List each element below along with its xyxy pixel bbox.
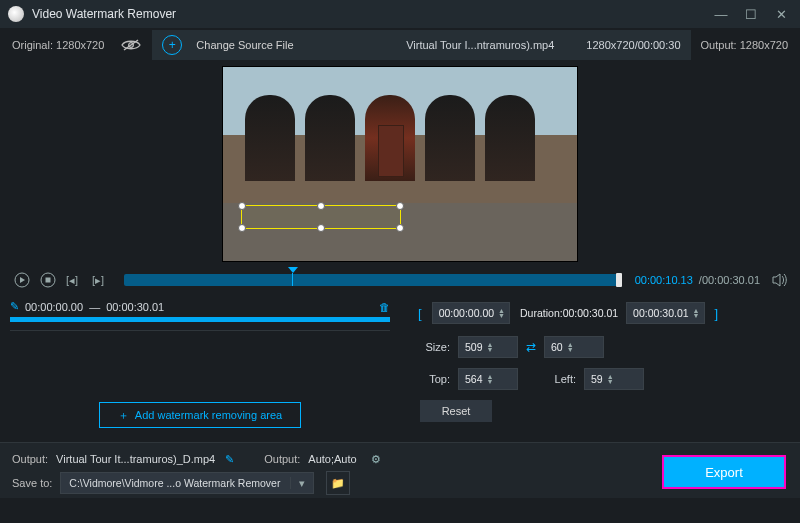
source-panel: + Change Source File Virtual Tour I...nt… (152, 30, 690, 60)
titlebar: Video Watermark Remover ― ☐ ✕ (0, 0, 800, 28)
size-width-input[interactable]: 509▲▼ (458, 336, 518, 358)
svg-text:[▸]: [▸] (92, 274, 104, 286)
preview-area (0, 62, 800, 266)
change-source-button[interactable]: Change Source File (196, 39, 293, 51)
pencil-icon[interactable]: ✎ (225, 453, 234, 466)
maximize-button[interactable]: ☐ (736, 0, 766, 28)
time-total: /00:00:30.01 (699, 274, 760, 286)
export-button[interactable]: Export (662, 455, 786, 489)
gear-icon[interactable]: ⚙ (371, 453, 381, 466)
link-icon[interactable]: ⇄ (526, 340, 536, 354)
watermark-selection[interactable] (241, 205, 401, 229)
video-preview[interactable] (223, 67, 577, 261)
segment-bar[interactable] (10, 317, 390, 322)
close-button[interactable]: ✕ (766, 0, 796, 28)
bracket-end-icon[interactable]: ] (713, 306, 721, 321)
progress-end-handle[interactable] (616, 273, 622, 287)
source-filename: Virtual Tour I...ntramuros).mp4 (406, 39, 554, 51)
segments-panel: ✎ 00:00:00.00 — 00:00:30.01 🗑 ＋ Add wate… (0, 294, 400, 442)
svg-text:[◂]: [◂] (66, 274, 78, 286)
position-row: Top: 564▲▼ Left: 59▲▼ (416, 368, 784, 390)
output-filename: Virtual Tour It...tramuros)_D.mp4 (56, 453, 215, 465)
reset-button[interactable]: Reset (420, 400, 492, 422)
stop-button[interactable] (38, 270, 58, 290)
bracket-start-icon[interactable]: [ (416, 306, 424, 321)
add-watermark-area-button[interactable]: ＋ Add watermark removing area (99, 402, 301, 428)
top-input[interactable]: 564▲▼ (458, 368, 518, 390)
segment-row[interactable]: ✎ 00:00:00.00 — 00:00:30.01 🗑 (10, 300, 390, 313)
app-logo (8, 6, 24, 22)
bottom-bar: Output: Virtual Tour It...tramuros)_D.mp… (0, 442, 800, 498)
duration-end-input[interactable]: 00:00:30.01▲▼ (626, 302, 704, 324)
properties-panel: [ 00:00:00.00▲▼ Duration:00:00:30.01 00:… (400, 294, 800, 442)
svg-rect-4 (46, 278, 51, 283)
original-label: Original: 1280x720 (12, 39, 104, 51)
progress-bar[interactable] (124, 274, 621, 286)
left-label: Left: (548, 373, 576, 385)
playback-controls: [◂] [▸] 00:00:10.13/00:00:30.01 (0, 266, 800, 294)
time-current: 00:00:10.13 (635, 274, 693, 286)
segment-start: 00:00:00.00 (25, 301, 83, 313)
trash-icon[interactable]: 🗑 (379, 301, 390, 313)
source-meta: 1280x720/00:00:30 (586, 39, 680, 51)
save-to-label: Save to: (12, 477, 52, 489)
frame-back-button[interactable]: [◂] (64, 270, 84, 290)
save-path-dropdown[interactable]: C:\Vidmore\Vidmore ...o Watermark Remove… (60, 472, 314, 494)
lower-panel: ✎ 00:00:00.00 — 00:00:30.01 🗑 ＋ Add wate… (0, 294, 800, 442)
size-label: Size: (416, 341, 450, 353)
brush-icon: ✎ (10, 300, 19, 313)
output-file-label: Output: (12, 453, 48, 465)
eye-off-icon[interactable] (120, 37, 142, 53)
duration-label: Duration:00:00:30.01 (520, 307, 618, 319)
output-format-label: Output: (264, 453, 300, 465)
play-button[interactable] (12, 270, 32, 290)
output-resolution: Output: 1280x720 (701, 39, 788, 51)
open-folder-button[interactable]: 📁 (326, 471, 350, 495)
frame-forward-button[interactable]: [▸] (90, 270, 110, 290)
minimize-button[interactable]: ― (706, 0, 736, 28)
chevron-down-icon: ▾ (290, 477, 305, 489)
playhead-marker[interactable] (293, 267, 298, 286)
duration-start-input[interactable]: 00:00:00.00▲▼ (432, 302, 510, 324)
source-bar: Original: 1280x720 + Change Source File … (0, 28, 800, 62)
duration-row: [ 00:00:00.00▲▼ Duration:00:00:30.01 00:… (416, 302, 784, 324)
volume-icon[interactable] (772, 273, 788, 287)
plus-circle-icon[interactable]: + (162, 35, 182, 55)
plus-icon: ＋ (118, 408, 129, 423)
size-height-input[interactable]: 60▲▼ (544, 336, 604, 358)
app-title: Video Watermark Remover (32, 7, 706, 21)
top-label: Top: (416, 373, 450, 385)
segment-end: 00:00:30.01 (106, 301, 164, 313)
left-input[interactable]: 59▲▼ (584, 368, 644, 390)
size-row: Size: 509▲▼ ⇄ 60▲▼ (416, 336, 784, 358)
output-format: Auto;Auto (308, 453, 356, 465)
